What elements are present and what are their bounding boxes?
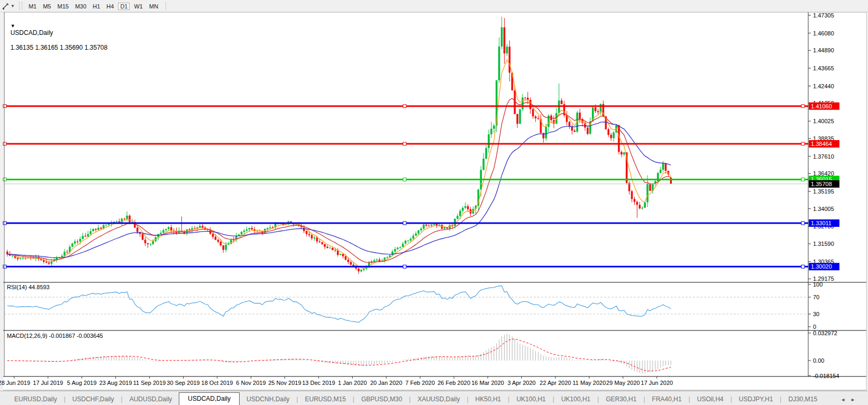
line-drag-handle[interactable] bbox=[3, 265, 6, 268]
chart-tab-eurusd-m15[interactable]: EURUSD,M15 bbox=[298, 393, 352, 405]
svg-text:1.35708: 1.35708 bbox=[811, 181, 832, 187]
svg-text:1.31590: 1.31590 bbox=[813, 241, 834, 247]
svg-text:18 Oct 2019: 18 Oct 2019 bbox=[202, 380, 233, 386]
line-drag-handle[interactable] bbox=[801, 178, 805, 181]
chart-ohlc-values: 1.36135 1.36165 1.35690 1.35708 bbox=[11, 44, 108, 51]
line-drag-handle[interactable] bbox=[3, 178, 6, 181]
dropdown-caret-icon[interactable]: ▼ bbox=[11, 4, 15, 8]
svg-text:7 Feb 2020: 7 Feb 2020 bbox=[405, 380, 435, 386]
chart-tab-fra40-h1[interactable]: FRA40,H1 bbox=[645, 393, 689, 405]
line-drag-handle[interactable] bbox=[801, 222, 805, 225]
line-drag-handle[interactable] bbox=[3, 105, 6, 108]
line-drag-handle[interactable] bbox=[801, 265, 805, 268]
svg-text:1.33011: 1.33011 bbox=[811, 220, 832, 226]
svg-text:1.35195: 1.35195 bbox=[813, 188, 834, 195]
svg-text:1.46080: 1.46080 bbox=[813, 30, 834, 36]
svg-text:23 Aug 2019: 23 Aug 2019 bbox=[99, 380, 132, 386]
svg-text:100: 100 bbox=[813, 281, 823, 288]
chart-tab-uk100-h1[interactable]: UK100,H1 bbox=[554, 393, 597, 405]
svg-text:5 Aug 2019: 5 Aug 2019 bbox=[67, 380, 97, 386]
svg-text:3 Apr 2020: 3 Apr 2020 bbox=[507, 380, 535, 386]
toolbar: ▼ M1M5M15M30H1H4D1W1MN bbox=[0, 0, 868, 12]
chart-tab-usdjpy-h1[interactable]: USDJPY,H1 bbox=[732, 393, 780, 405]
macd-indicator-label: MACD(12,26,9) -0.001867 -0.003645 bbox=[7, 333, 103, 339]
svg-text:13 Dec 2019: 13 Dec 2019 bbox=[302, 380, 335, 386]
chart-tab-usdchf-daily[interactable]: USDCHF,Daily bbox=[66, 393, 121, 405]
chart-tab-hk50-h1[interactable]: HK50,H1 bbox=[469, 393, 508, 405]
timeframe-button-mn[interactable]: MN bbox=[147, 3, 160, 10]
chart-title: ▼ USDCAD,Daily 1.36135 1.36165 1.35690 1… bbox=[7, 14, 107, 51]
svg-text:26 Feb 2020: 26 Feb 2020 bbox=[437, 380, 470, 386]
svg-text:20 Jan 2020: 20 Jan 2020 bbox=[370, 380, 403, 386]
timeframe-button-m30[interactable]: M30 bbox=[73, 3, 88, 10]
tab-scroll-left-icon[interactable]: ◄ bbox=[840, 397, 851, 402]
timeframe-button-d1[interactable]: D1 bbox=[118, 3, 130, 10]
svg-text:1.38464: 1.38464 bbox=[811, 141, 832, 147]
chart-tab-ger30-h1[interactable]: GER30,H1 bbox=[599, 393, 643, 405]
rsi-current-value: 44.8593 bbox=[29, 284, 50, 290]
line-drag-handle[interactable] bbox=[801, 105, 805, 108]
macd-current-values: -0.001867 -0.003645 bbox=[49, 333, 103, 339]
svg-text:11 May 2020: 11 May 2020 bbox=[573, 380, 606, 386]
svg-text:11 Sep 2019: 11 Sep 2019 bbox=[133, 380, 166, 386]
timeframe-button-m5[interactable]: M5 bbox=[41, 3, 53, 10]
line-drag-handle[interactable] bbox=[403, 265, 406, 268]
cursor-tool-icon[interactable] bbox=[1, 2, 11, 10]
svg-text:1.44890: 1.44890 bbox=[813, 47, 834, 53]
line-drag-handle[interactable] bbox=[403, 222, 406, 225]
svg-text:1 Jan 2020: 1 Jan 2020 bbox=[338, 380, 367, 386]
toolbar-separator bbox=[166, 2, 166, 10]
chart-tab-dj30-m15[interactable]: DJ30,M15 bbox=[781, 393, 824, 405]
svg-text:1.47305: 1.47305 bbox=[813, 12, 834, 19]
line-drag-handle[interactable] bbox=[403, 105, 406, 108]
chart-tab-uk100-h1[interactable]: UK100,H1 bbox=[509, 393, 552, 405]
svg-text:1.41060: 1.41060 bbox=[811, 103, 832, 109]
timeframe-button-m15[interactable]: M15 bbox=[55, 3, 70, 10]
timeframe-button-h4[interactable]: H4 bbox=[104, 3, 116, 10]
line-price-label-1.30020: 1.30020 bbox=[809, 263, 839, 270]
chart-tab-usdcnh-daily[interactable]: USDCNH,Daily bbox=[240, 393, 296, 405]
svg-text:25 Nov 2019: 25 Nov 2019 bbox=[268, 380, 301, 386]
line-price-label-1.41060: 1.41060 bbox=[809, 103, 839, 110]
tab-scroll-arrows: ◄► bbox=[840, 396, 861, 405]
chart-tab-xauusd-daily[interactable]: XAUUSD,Daily bbox=[410, 393, 467, 405]
line-price-label-1.33011: 1.33011 bbox=[809, 219, 839, 227]
svg-text:1.40025: 1.40025 bbox=[813, 118, 834, 124]
svg-text:28 Jun 2019: 28 Jun 2019 bbox=[0, 380, 30, 386]
tab-scroll-right-icon[interactable]: ► bbox=[851, 397, 861, 402]
svg-text:70: 70 bbox=[813, 294, 819, 300]
svg-text:16 Mar 2020: 16 Mar 2020 bbox=[471, 380, 504, 386]
timeframe-button-h1[interactable]: H1 bbox=[90, 3, 102, 10]
line-drag-handle[interactable] bbox=[403, 178, 406, 181]
svg-text:1.43665: 1.43665 bbox=[813, 65, 834, 71]
svg-text:1.30020: 1.30020 bbox=[811, 263, 832, 270]
chart-tab-bar: EURUSD,Daily|USDCHF,Daily|AUDUSD,DailyUS… bbox=[0, 391, 868, 405]
svg-text:6 Nov 2019: 6 Nov 2019 bbox=[236, 380, 266, 386]
line-drag-handle[interactable] bbox=[3, 142, 6, 145]
collapse-triangle-icon[interactable]: ▼ bbox=[11, 23, 15, 29]
svg-text:22 Apr 2020: 22 Apr 2020 bbox=[540, 380, 571, 386]
svg-text:17 Jul 2019: 17 Jul 2019 bbox=[33, 380, 63, 386]
chart-tab-usoil-h4[interactable]: USOil,H4 bbox=[690, 393, 730, 405]
rsi-indicator-label: RSI(14) 44.8593 bbox=[7, 284, 50, 290]
line-drag-handle[interactable] bbox=[403, 142, 406, 145]
line-drag-handle[interactable] bbox=[801, 142, 805, 145]
svg-text:0.00: 0.00 bbox=[813, 357, 824, 364]
timeframe-button-m1[interactable]: M1 bbox=[26, 3, 39, 10]
chart-tab-eurusd-daily[interactable]: EURUSD,Daily bbox=[7, 393, 64, 405]
svg-text:1.34005: 1.34005 bbox=[813, 206, 834, 212]
svg-text:17 Jun 2020: 17 Jun 2020 bbox=[641, 380, 673, 386]
price-chart-canvas[interactable]: 1.473051.460801.448901.436651.424401.412… bbox=[0, 0, 868, 391]
line-drag-handle[interactable] bbox=[3, 222, 6, 225]
chart-tab-usdcad-daily-active[interactable]: USDCAD,Daily bbox=[179, 392, 240, 405]
timeframe-button-group: M1M5M15M30H1H4D1W1MN bbox=[25, 1, 161, 11]
line-price-label-1.38464: 1.38464 bbox=[809, 140, 839, 148]
chart-symbol-label: USDCAD,Daily bbox=[11, 29, 53, 36]
timeframe-button-w1[interactable]: W1 bbox=[132, 3, 145, 10]
chart-tab-audusd-daily[interactable]: AUDUSD,Daily bbox=[123, 393, 179, 405]
chart-tab-gbpusd-m30[interactable]: GBPUSD,M30 bbox=[354, 393, 409, 405]
current-price-label: 1.35708 bbox=[809, 180, 839, 188]
toolbar-grip[interactable] bbox=[19, 2, 22, 10]
svg-text:30: 30 bbox=[813, 311, 819, 317]
svg-text:30 Sep 2019: 30 Sep 2019 bbox=[167, 380, 199, 386]
